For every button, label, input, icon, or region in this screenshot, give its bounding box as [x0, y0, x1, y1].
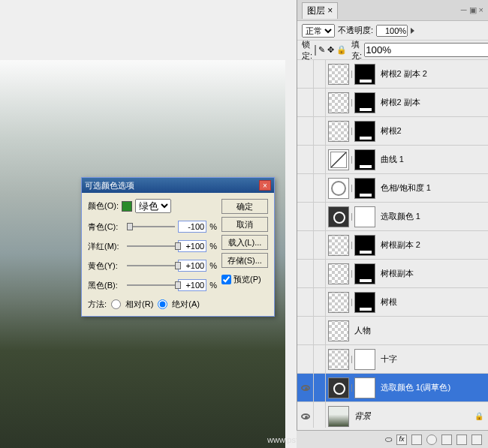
layer-row[interactable]: | 树根副本 2	[297, 231, 488, 260]
layer-row[interactable]: | 树根2 副本 2	[297, 60, 488, 89]
lock-brush-icon[interactable]: ✎	[318, 45, 325, 55]
layer-row[interactable]: | 树根	[297, 288, 488, 317]
slider-value-input[interactable]	[178, 279, 206, 291]
panel-menu-icon[interactable]: ─ ▣ ×	[461, 5, 483, 15]
slider-track[interactable]	[127, 284, 175, 286]
layer-thumb[interactable]	[354, 292, 375, 313]
layer-thumb[interactable]	[354, 149, 375, 170]
slider-track[interactable]	[127, 226, 175, 227]
layer-name[interactable]: 树根2 副本	[378, 97, 420, 108]
tab-layers[interactable]: 图层 ×	[302, 2, 338, 19]
layer-thumb[interactable]	[354, 92, 375, 113]
slider-handle[interactable]	[127, 223, 133, 230]
layer-row[interactable]: | 选取颜色 1(调草色)	[297, 374, 488, 402]
visibility-toggle[interactable]	[297, 203, 314, 230]
layer-thumb[interactable]	[328, 149, 349, 170]
visibility-toggle[interactable]	[297, 288, 314, 316]
load-button[interactable]: 载入(L)...	[221, 235, 268, 250]
layer-row[interactable]: | 树根2 副本	[297, 89, 488, 117]
blend-mode-select[interactable]: 正常	[302, 24, 335, 38]
layer-row[interactable]: | 十字	[297, 345, 488, 374]
lock-pixels-icon[interactable]	[315, 45, 316, 56]
opacity-input[interactable]	[376, 25, 408, 37]
layer-name[interactable]: 选取颜色 1	[378, 211, 420, 222]
slider-track[interactable]	[127, 265, 175, 266]
slider-handle[interactable]	[175, 242, 181, 250]
slider-value-input[interactable]	[178, 260, 206, 272]
opacity-slider-icon[interactable]	[411, 28, 414, 34]
visibility-toggle[interactable]	[297, 402, 314, 428]
layer-name[interactable]: 树根	[378, 296, 397, 308]
layer-name[interactable]: 树根2	[378, 125, 402, 137]
slider-handle[interactable]	[175, 262, 181, 269]
visibility-toggle[interactable]	[297, 146, 314, 173]
layer-thumb[interactable]	[328, 64, 349, 85]
layer-thumb[interactable]	[354, 64, 375, 85]
layer-name[interactable]: 背景	[351, 410, 371, 422]
visibility-toggle[interactable]	[297, 89, 314, 116]
save-button[interactable]: 存储(S)...	[221, 253, 268, 268]
visibility-toggle[interactable]	[297, 260, 314, 287]
visibility-toggle[interactable]	[297, 174, 314, 202]
layer-name[interactable]: 树根2 副本 2	[378, 68, 427, 80]
link-layers-icon[interactable]: ⬭	[385, 434, 392, 444]
lock-move-icon[interactable]: ✥	[327, 45, 334, 55]
layer-thumb[interactable]	[328, 206, 349, 227]
layer-thumb[interactable]	[328, 349, 349, 370]
layer-thumb[interactable]	[354, 235, 375, 256]
slider-track[interactable]	[127, 245, 175, 247]
preview-checkbox[interactable]	[221, 275, 231, 284]
layer-row[interactable]: | 选取颜色 1	[297, 203, 488, 231]
trash-icon[interactable]	[471, 434, 482, 445]
layer-thumb[interactable]	[354, 263, 375, 284]
layer-thumb[interactable]	[328, 292, 349, 313]
layer-thumb[interactable]	[354, 349, 375, 370]
layer-name[interactable]: 十字	[378, 353, 397, 365]
layer-thumb[interactable]	[328, 406, 349, 427]
visibility-toggle[interactable]	[297, 60, 314, 88]
layer-thumb[interactable]	[354, 377, 375, 398]
dialog-titlebar[interactable]: 可选颜色选项 ×	[82, 178, 274, 193]
layer-thumb[interactable]	[328, 178, 349, 199]
slider-handle[interactable]	[175, 281, 181, 289]
layer-thumb[interactable]	[354, 206, 375, 227]
ok-button[interactable]: 确定	[221, 199, 268, 214]
layer-name[interactable]: 树根副本 2	[378, 239, 420, 251]
close-icon[interactable]: ×	[259, 180, 271, 191]
visibility-toggle[interactable]	[297, 117, 314, 145]
layer-thumb[interactable]	[328, 92, 349, 113]
close-x[interactable]: ×	[327, 5, 333, 16]
layer-name[interactable]: 色相/饱和度 1	[378, 182, 431, 194]
layer-thumb[interactable]	[328, 121, 349, 142]
cancel-button[interactable]: 取消	[221, 217, 268, 232]
layer-row[interactable]: | 树根2	[297, 117, 488, 146]
layer-row[interactable]: | 曲线 1	[297, 146, 488, 174]
visibility-toggle[interactable]	[297, 231, 314, 259]
visibility-toggle[interactable]	[297, 345, 314, 373]
fx-icon[interactable]: fx	[396, 434, 407, 445]
fill-input[interactable]	[364, 43, 488, 57]
method-absolute-radio[interactable]	[158, 299, 167, 309]
layer-thumb[interactable]	[328, 320, 349, 341]
layer-thumb[interactable]	[328, 263, 349, 284]
visibility-toggle[interactable]	[297, 317, 314, 344]
lock-all-icon[interactable]: 🔒	[336, 45, 347, 55]
layer-row[interactable]: 人物	[297, 317, 488, 345]
mask-icon[interactable]	[411, 434, 422, 445]
method-relative-radio[interactable]	[111, 299, 121, 309]
new-layer-icon[interactable]	[456, 434, 467, 445]
visibility-toggle[interactable]	[297, 374, 314, 401]
color-select[interactable]: 绿色	[135, 199, 171, 213]
layer-thumb[interactable]	[328, 235, 349, 256]
layer-thumb[interactable]	[354, 121, 375, 142]
layer-thumb[interactable]	[328, 377, 349, 398]
layer-name[interactable]: 曲线 1	[378, 154, 404, 165]
layer-name[interactable]: 选取颜色 1(调草色)	[378, 382, 451, 393]
layer-row[interactable]: | 色相/饱和度 1	[297, 174, 488, 203]
slider-value-input[interactable]	[178, 221, 206, 233]
folder-icon[interactable]	[441, 434, 452, 445]
layer-row[interactable]: | 树根副本	[297, 260, 488, 288]
adjust-icon[interactable]	[426, 434, 437, 445]
layer-name[interactable]: 树根副本	[378, 268, 414, 279]
slider-value-input[interactable]	[178, 240, 206, 252]
